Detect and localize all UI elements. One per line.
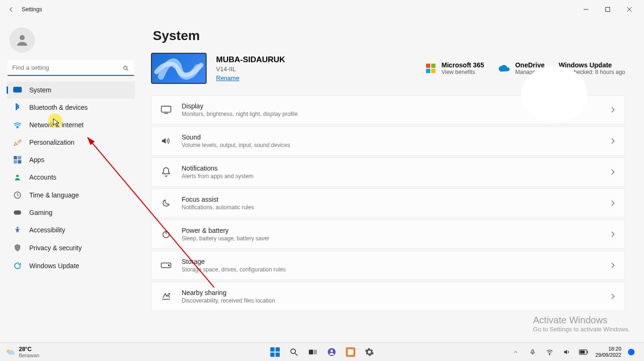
svg-rect-19 [431, 64, 435, 68]
settings-card-sound[interactable]: SoundVolume levels, output, input, sound… [151, 126, 625, 156]
taskbar-search-icon[interactable] [289, 347, 299, 357]
svg-rect-30 [270, 347, 275, 352]
blur-mask [521, 66, 587, 123]
update-title: Windows Update [559, 61, 625, 69]
sidebar-item-label: Gaming [29, 209, 52, 216]
storage-icon [161, 263, 171, 268]
settings-card-power[interactable]: Power & batterySleep, battery usage, bat… [151, 220, 625, 249]
privacy-icon [13, 244, 22, 252]
chevron-right-icon [611, 200, 615, 206]
task-view-icon[interactable] [308, 347, 318, 357]
svg-rect-13 [18, 160, 21, 164]
card-desc: Volume levels, output, input, sound devi… [182, 142, 290, 148]
focus-icon [161, 198, 171, 208]
weather-widget[interactable]: 28°C Berawan [19, 346, 39, 358]
sidebar-item-accessibility[interactable]: Accessibility [7, 221, 135, 239]
sidebar-item-apps[interactable]: Apps [7, 151, 135, 168]
close-button[interactable] [619, 2, 640, 17]
svg-rect-12 [14, 160, 17, 164]
card-desc: Monitors, brightness, night light, displ… [182, 111, 298, 117]
card-title: Sound [182, 133, 290, 141]
sidebar-item-label: Apps [29, 156, 44, 164]
content-pane: System MUBA-SIDAURUK V14-IIL Rename [142, 19, 644, 342]
display-icon [161, 106, 171, 114]
taskbar-app-camtasia[interactable] [345, 347, 356, 357]
svg-rect-21 [431, 69, 435, 73]
svg-point-17 [17, 227, 18, 229]
taskbar-app-settings[interactable] [364, 347, 375, 357]
m365-title: Microsoft 365 [442, 61, 484, 69]
gaming-icon [13, 209, 22, 216]
card-title: Storage [182, 258, 286, 265]
network-icon [13, 122, 22, 128]
search-icon [123, 65, 129, 72]
microphone-icon[interactable] [527, 347, 538, 357]
chevron-right-icon [611, 293, 615, 300]
sidebar-item-gaming[interactable]: Gaming [7, 204, 135, 221]
sidebar-item-update[interactable]: Windows Update [7, 257, 135, 275]
sound-icon [161, 137, 171, 145]
avatar [9, 27, 35, 53]
clock-time: 18:20 [595, 346, 621, 352]
chevron-right-icon [611, 169, 615, 175]
svg-point-27 [168, 265, 170, 266]
svg-rect-18 [426, 64, 430, 68]
card-title: Notifications [182, 164, 253, 172]
apps-icon [13, 156, 22, 164]
svg-rect-42 [532, 349, 534, 352]
svg-rect-32 [270, 353, 275, 357]
sidebar-item-label: Personalization [29, 139, 75, 146]
svg-point-34 [291, 349, 295, 353]
svg-rect-33 [276, 353, 280, 357]
weather-cond: Berawan [19, 353, 39, 358]
svg-rect-20 [426, 69, 430, 73]
sidebar-item-network[interactable]: Network & internet [7, 116, 135, 133]
volume-icon[interactable] [561, 347, 572, 357]
minimize-button[interactable] [575, 2, 597, 17]
sidebar-item-label: Time & language [29, 191, 79, 199]
sidebar-item-privacy[interactable]: Privacy & security [7, 239, 135, 257]
sidebar-item-personalization[interactable]: Personalization [7, 133, 135, 151]
microsoft-365-icon [426, 63, 436, 74]
rename-link[interactable]: Rename [216, 74, 239, 82]
settings-card-notifications[interactable]: NotificationsAlerts from apps and system [151, 157, 625, 187]
account-header[interactable] [7, 24, 135, 58]
nearby-icon [161, 292, 171, 301]
svg-rect-16 [14, 211, 21, 215]
device-model: V14-IIL [216, 66, 285, 73]
notification-center-icon[interactable] [628, 349, 635, 355]
svg-point-4 [20, 35, 25, 40]
sidebar-item-accounts[interactable]: Accounts [7, 168, 135, 186]
svg-point-39 [330, 350, 333, 352]
sidebar-item-system[interactable]: System [7, 82, 135, 98]
sidebar-item-time[interactable]: Time & language [7, 186, 135, 204]
back-button[interactable] [4, 2, 19, 17]
sidebar-item-label: Windows Update [29, 262, 79, 270]
taskbar-app-teams[interactable] [326, 347, 337, 357]
start-button[interactable] [270, 347, 280, 357]
card-title: Focus assist [182, 196, 254, 203]
update-icon [13, 262, 22, 270]
tray-chevron-icon[interactable] [510, 347, 521, 357]
card-title: Display [182, 102, 298, 110]
clock[interactable]: 18:20 29/09/2022 [595, 346, 621, 358]
svg-point-14 [16, 175, 18, 177]
maximize-button[interactable] [597, 2, 619, 17]
battery-icon[interactable] [578, 347, 589, 357]
svg-rect-37 [314, 350, 317, 354]
settings-card-focus[interactable]: Focus assistNotifications, automatic rul… [151, 189, 625, 218]
search-box[interactable] [8, 60, 134, 76]
window-titlebar: Settings [0, 0, 644, 19]
window-title: Settings [22, 6, 42, 13]
svg-point-5 [124, 66, 127, 69]
sidebar-item-label: System [29, 86, 51, 94]
svg-rect-1 [606, 8, 610, 12]
settings-card-storage[interactable]: StorageStorage space, drives, configurat… [151, 251, 625, 280]
settings-card-nearby[interactable]: Nearby sharingDiscoverability, received … [151, 282, 625, 311]
search-input[interactable] [8, 60, 134, 76]
sidebar-item-label: Privacy & security [29, 244, 82, 252]
hero-card-m365[interactable]: Microsoft 365 View benefits [426, 61, 484, 75]
wifi-icon[interactable] [544, 347, 555, 357]
sidebar-item-bluetooth[interactable]: Bluetooth & devices [7, 98, 135, 116]
device-thumbnail [151, 53, 207, 84]
